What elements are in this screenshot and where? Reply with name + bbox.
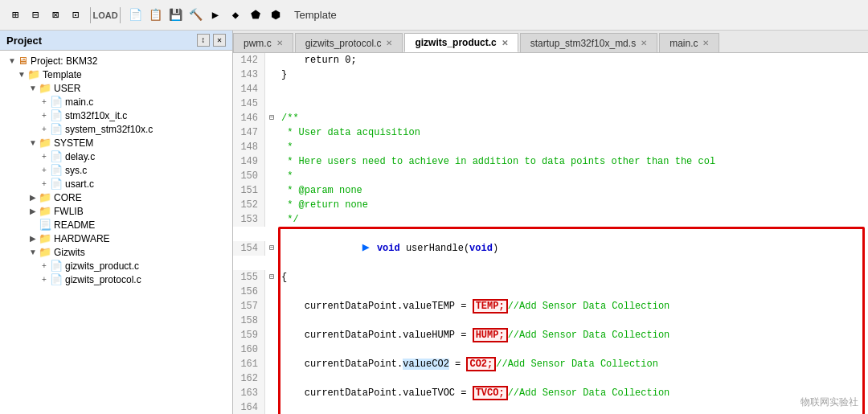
- tree-item-readme[interactable]: 📃 README: [0, 218, 232, 232]
- code-152: * @return none: [278, 198, 368, 212]
- expand-gizwits[interactable]: ▼: [27, 247, 39, 258]
- tree-item-project[interactable]: ▼ 🖥 Project: BKM32: [0, 54, 232, 68]
- expand-system[interactable]: ▼: [27, 137, 39, 149]
- keyword-void-154: void: [377, 243, 400, 254]
- tab-startup[interactable]: startup_stm32f10x_md.s ✕: [520, 33, 657, 52]
- expand-usart-c[interactable]: +: [39, 178, 50, 190]
- toolbar-icon-3[interactable]: ⊠: [47, 6, 64, 24]
- expand-gizwits-protocol[interactable]: +: [39, 274, 50, 285]
- tree-item-fwlib[interactable]: ▶ 📁 FWLIB: [0, 204, 232, 218]
- toolbar-icon-6[interactable]: 📋: [146, 6, 164, 24]
- expand-stm32f10x-it[interactable]: +: [39, 110, 50, 121]
- expand-readme[interactable]: [27, 219, 39, 231]
- box-CO2: CO2;: [466, 357, 496, 371]
- tree-item-main-c[interactable]: + 📄 main.c: [0, 95, 232, 109]
- tab-gizwits-protocol[interactable]: gizwits_protocol.c ✕: [295, 33, 403, 52]
- toolbar-sep-1: [90, 7, 91, 23]
- expand-core[interactable]: ▶: [27, 192, 39, 203]
- toolbar-icon-12[interactable]: ⬢: [267, 6, 285, 24]
- tab-pwm-c-close[interactable]: ✕: [276, 39, 283, 47]
- tab-main-c-close[interactable]: ✕: [702, 39, 709, 47]
- expand-gizwits-product[interactable]: +: [39, 260, 50, 272]
- code-scroll-area[interactable]: 142 return 0; 143 } 144: [233, 53, 868, 414]
- code-line-156: 156: [233, 285, 868, 299]
- code-158: [278, 314, 287, 328]
- toolbar-icon-11[interactable]: ⬟: [247, 6, 264, 24]
- arrow-marker-154: ▶: [362, 241, 377, 255]
- tree-item-sys-c[interactable]: + 📄 sys.c: [0, 163, 232, 177]
- tree-item-template[interactable]: ▼ 📁 Template: [0, 68, 232, 81]
- code-line-158: 158: [233, 314, 868, 328]
- line-num-163: 163: [233, 386, 265, 400]
- expand-hardware[interactable]: ▶: [27, 233, 39, 244]
- tree-item-hardware[interactable]: ▶ 📁 HARDWARE: [0, 232, 232, 245]
- line-num-153: 153: [233, 212, 265, 227]
- line-num-157: 157: [233, 299, 265, 314]
- line-num-142: 142: [233, 53, 265, 68]
- toolbar-icon-8[interactable]: 🔨: [186, 6, 204, 24]
- expand-146[interactable]: ⊟: [265, 111, 278, 125]
- panel-close-button[interactable]: ✕: [213, 34, 226, 47]
- code-155: {: [278, 270, 287, 285]
- toolbar-icon-load[interactable]: LOAD: [96, 6, 114, 24]
- tab-gizwits-protocol-close[interactable]: ✕: [386, 39, 392, 47]
- gizwits-protocol-label: gizwits_protocol.c: [65, 274, 141, 285]
- tab-pwm-c[interactable]: pwm.c ✕: [233, 33, 293, 52]
- tree-item-system[interactable]: ▼ 📁 SYSTEM: [0, 136, 232, 150]
- tree-item-gizwits[interactable]: ▼ 📁 Gizwits: [0, 245, 232, 259]
- toolbar-icon-4[interactable]: ⊡: [67, 6, 84, 24]
- project-icon: 🖥: [18, 55, 28, 67]
- line-num-154: 154: [233, 241, 265, 256]
- tab-startup-close[interactable]: ✕: [641, 39, 647, 47]
- expand-user[interactable]: ▼: [27, 83, 39, 94]
- code-162: [278, 371, 287, 386]
- expand-project[interactable]: ▼: [6, 55, 18, 67]
- toolbar-icon-5[interactable]: 📄: [126, 6, 144, 24]
- file-icon-stm32f10x-it: 📄: [50, 109, 63, 121]
- readme-label: README: [54, 219, 95, 231]
- core-label: CORE: [54, 192, 82, 203]
- code-148: *: [278, 140, 293, 154]
- box-HUMP: HUMP;: [473, 328, 508, 342]
- toolbar-icon-1[interactable]: ⊞: [6, 6, 24, 24]
- expand-delay-c[interactable]: +: [39, 151, 50, 162]
- tab-gizwits-product-close[interactable]: ✕: [502, 39, 508, 47]
- expand-system-stm32[interactable]: +: [39, 124, 50, 135]
- tree-item-usart-c[interactable]: + 📄 usart.c: [0, 177, 232, 191]
- tree-item-gizwits-product[interactable]: + 📄 gizwits_product.c: [0, 259, 232, 273]
- expand-154[interactable]: ⊟: [265, 241, 278, 256]
- toolbar-icon-7[interactable]: 💾: [166, 6, 184, 24]
- tree-item-core[interactable]: ▶ 📁 CORE: [0, 191, 232, 204]
- line-num-161: 161: [233, 357, 265, 371]
- line-num-144: 144: [233, 82, 265, 96]
- tab-main-c[interactable]: main.c ✕: [659, 33, 719, 52]
- folder-icon-hardware: 📁: [39, 232, 51, 244]
- expand-sys-c[interactable]: +: [39, 165, 50, 176]
- tree-item-gizwits-protocol[interactable]: + 📄 gizwits_protocol.c: [0, 273, 232, 286]
- expand-155[interactable]: ⊟: [265, 270, 278, 285]
- panel-pin-button[interactable]: ↕: [197, 34, 210, 47]
- code-163: currentDataPoint.valueTVOC = TVCO;//Add …: [278, 386, 669, 400]
- icon-readme: 📃: [39, 219, 51, 231]
- code-editor: 142 return 0; 143 } 144: [233, 53, 868, 414]
- comment-161: //Add Sensor Data Collection: [496, 359, 658, 370]
- stm32f10x-it-label: stm32f10x_it.c: [65, 110, 127, 121]
- toolbar-icon-9[interactable]: ▶: [207, 6, 224, 24]
- tab-gizwits-product[interactable]: gizwits_product.c ✕: [404, 33, 518, 52]
- tree-item-system-stm32[interactable]: + 📄 system_stm32f10x.c: [0, 122, 232, 136]
- tree-item-delay-c[interactable]: + 📄 delay.c: [0, 150, 232, 163]
- toolbar-icon-2[interactable]: ⊟: [27, 6, 44, 24]
- tree-item-user[interactable]: ▼ 📁 USER: [0, 81, 232, 95]
- editor-area: pwm.c ✕ gizwits_protocol.c ✕ gizwits_pro…: [233, 31, 868, 414]
- expand-template[interactable]: ▼: [16, 69, 27, 80]
- expand-main-c[interactable]: +: [39, 96, 50, 108]
- code-line-144: 144: [233, 82, 868, 96]
- delay-c-label: delay.c: [65, 151, 95, 162]
- toolbar-icon-10[interactable]: ◆: [227, 6, 244, 24]
- line-num-149: 149: [233, 154, 265, 169]
- code-156: [278, 285, 287, 299]
- code-146: /**: [278, 111, 299, 125]
- blue-hl-valueCO2: valueCO2: [403, 359, 449, 370]
- tree-item-stm32f10x-it[interactable]: + 📄 stm32f10x_it.c: [0, 109, 232, 122]
- expand-fwlib[interactable]: ▶: [27, 206, 39, 217]
